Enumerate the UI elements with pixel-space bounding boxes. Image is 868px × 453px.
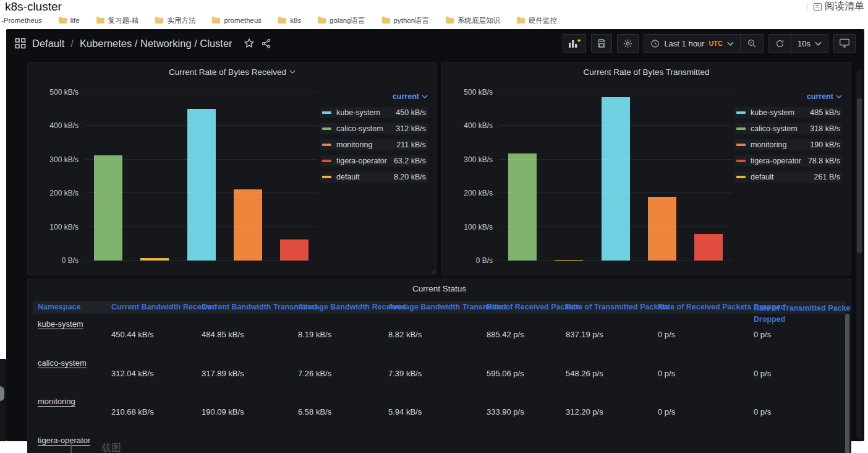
- bookmark-item[interactable]: 实用方法: [155, 16, 195, 25]
- add-panel-button[interactable]: [563, 34, 586, 53]
- dashboard-navbar: Default / Kubernetes / Networking / Clus…: [6, 29, 864, 58]
- share-icon[interactable]: [261, 38, 271, 49]
- bookmark-item[interactable]: python语言: [382, 16, 430, 25]
- value-cell: 0 p/s: [653, 353, 749, 392]
- namespace-link[interactable]: calico-system: [38, 358, 87, 368]
- bar-calico-system[interactable]: [94, 155, 122, 261]
- page-scrollbar-thumb[interactable]: [857, 98, 862, 253]
- legend-series-name[interactable]: calico-system: [336, 124, 396, 133]
- bar-kube-system[interactable]: [602, 97, 630, 261]
- breadcrumb-separator: /: [70, 38, 74, 50]
- refresh-interval-picker[interactable]: 10s: [791, 35, 828, 52]
- y-axis-tick: 100 kB/s: [464, 223, 493, 231]
- table-row: tigera-operator: [33, 430, 846, 453]
- screen: k8s-cluster -Prometheuslife复习题-精实用方法prom…: [0, 0, 868, 453]
- bar-slot: [131, 92, 177, 261]
- value-cell: 7.39 kB/s: [383, 353, 482, 392]
- gridline: [499, 159, 732, 160]
- breadcrumb-folder[interactable]: Default: [32, 38, 64, 50]
- bookmark-item[interactable]: -Prometheus: [1, 17, 42, 24]
- bookmark-item[interactable]: 系统底层知识: [446, 16, 500, 25]
- dashboard-settings-button[interactable]: [617, 34, 639, 53]
- legend-swatch: [736, 111, 746, 114]
- gridline: [85, 125, 318, 126]
- bar-kube-system[interactable]: [187, 109, 216, 261]
- namespace-link[interactable]: tigera-operator: [38, 436, 90, 445]
- table-header-row: NamespaceCurrent Bandwidth ReceivedCurre…: [33, 301, 846, 314]
- panel-resize-handle[interactable]: [430, 268, 435, 274]
- bar-tigera-operator[interactable]: [280, 239, 308, 261]
- legend: current kube-system485 kB/scalico-system…: [732, 92, 851, 261]
- tv-mode-button[interactable]: [833, 34, 856, 53]
- bar-slot: [271, 92, 318, 261]
- save-dashboard-button[interactable]: [591, 34, 612, 53]
- gridline: [85, 159, 318, 160]
- bar-monitoring[interactable]: [648, 197, 676, 261]
- legend-series-name[interactable]: tigera-operator: [751, 157, 808, 165]
- bookmark-item[interactable]: 复习题-精: [96, 16, 139, 25]
- y-axis-tick: 0 B/s: [62, 256, 79, 265]
- bookmark-item[interactable]: 硬件监控: [517, 16, 557, 25]
- column-header-link[interactable]: Namespace: [38, 303, 81, 311]
- column-header-cell: Rate of Transmitted Packets: [561, 301, 653, 314]
- legend-series-name[interactable]: tigera-operator: [336, 157, 394, 165]
- legend-swatch: [736, 160, 746, 162]
- bar-tigera-operator[interactable]: [694, 234, 723, 261]
- legend-sort-header[interactable]: current: [734, 92, 842, 101]
- legend-series-name[interactable]: kube-system: [336, 108, 396, 117]
- bar-calico-system[interactable]: [508, 153, 537, 261]
- bar-slot: [85, 92, 131, 261]
- bookmark-item[interactable]: prometheus: [212, 17, 262, 24]
- table-scrollbar[interactable]: [845, 314, 849, 453]
- bookmark-item[interactable]: k8s: [278, 17, 301, 24]
- bookmarks-separator: [807, 2, 807, 11]
- legend-item: monitoring190 kB/s: [734, 139, 842, 150]
- legend-header-label: current: [393, 92, 419, 101]
- panel-header[interactable]: Current Rate of Bytes Received: [28, 63, 436, 81]
- legend-series-name[interactable]: monitoring: [336, 140, 396, 149]
- star-icon[interactable]: [244, 38, 255, 49]
- gridline: [499, 226, 732, 227]
- dashboard-toolbar: Last 1 hour UTC: [563, 34, 856, 53]
- bookmark-item[interactable]: life: [59, 17, 80, 24]
- bar-slot: [178, 92, 224, 261]
- grafana-dashboard: Default / Kubernetes / Networking / Clus…: [6, 29, 864, 441]
- value-cell: 6.58 kB/s: [293, 391, 383, 430]
- panel-title: Current Status: [28, 279, 851, 298]
- legend-item: kube-system450 kB/s: [320, 107, 428, 118]
- value-cell: 333.90 p/s: [482, 391, 561, 430]
- legend-series-name[interactable]: monitoring: [751, 140, 810, 149]
- dashboards-grid-icon[interactable]: [15, 38, 26, 49]
- reading-list-icon: [814, 3, 822, 11]
- bookmark-label: k8s: [290, 17, 301, 24]
- bookmark-item[interactable]: golang语言: [318, 16, 365, 25]
- namespace-link[interactable]: kube-system: [38, 319, 83, 329]
- y-axis-tick: 400 kB/s: [464, 121, 493, 130]
- legend-sort-header[interactable]: current: [320, 92, 428, 101]
- y-axis-tick: 400 kB/s: [49, 121, 79, 130]
- column-header-cell: Current Bandwidth Transmitted: [197, 301, 293, 314]
- y-axis-tick: 200 kB/s: [49, 189, 79, 197]
- legend-series-name[interactable]: calico-system: [751, 124, 810, 133]
- legend-series-name[interactable]: default: [751, 173, 814, 181]
- reading-list[interactable]: 阅读清单: [807, 0, 864, 13]
- namespace-link[interactable]: monitoring: [38, 397, 75, 406]
- time-range-picker[interactable]: Last 1 hour UTC: [644, 35, 740, 52]
- bookmark-label: life: [70, 17, 80, 24]
- bar-slot: [545, 92, 592, 261]
- legend-swatch: [322, 176, 331, 178]
- page-scrollbar[interactable]: [856, 70, 862, 439]
- dashboard-title[interactable]: Kubernetes / Networking / Cluster: [80, 38, 232, 50]
- refresh-button[interactable]: [769, 35, 791, 52]
- chevron-down-icon: [815, 41, 822, 46]
- zoom-out-button[interactable]: [741, 35, 763, 52]
- legend-series-name[interactable]: default: [336, 173, 394, 181]
- y-axis-tick: 500 kB/s: [49, 88, 79, 97]
- left-edge-handle[interactable]: [0, 386, 4, 401]
- panel-header[interactable]: Current Rate of Bytes Transmitted: [442, 63, 851, 81]
- bar-slot: [686, 92, 732, 261]
- bar-monitoring[interactable]: [234, 189, 262, 261]
- legend-swatch: [322, 127, 331, 130]
- legend-series-name[interactable]: kube-system: [751, 108, 810, 117]
- bar-slot: [224, 92, 271, 261]
